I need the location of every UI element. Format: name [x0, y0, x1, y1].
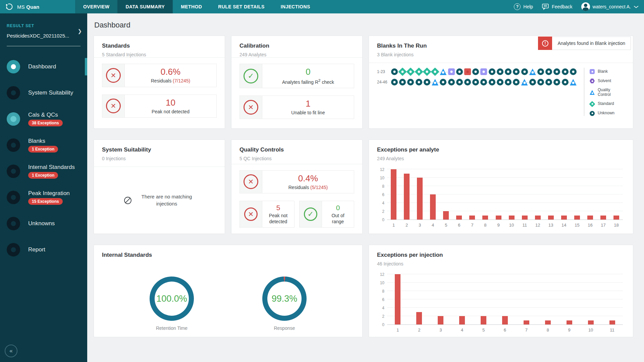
injection-marker-unknown[interactable] [448, 79, 455, 85]
injection-marker-unknown[interactable] [391, 79, 398, 85]
injection-marker-qc[interactable] [570, 79, 577, 85]
bar-5[interactable] [443, 211, 449, 220]
injection-marker-unknown[interactable] [505, 79, 512, 85]
injection-marker-unknown[interactable] [456, 79, 463, 85]
injection-marker-qc[interactable] [521, 79, 528, 85]
injection-marker-unknown[interactable] [464, 79, 471, 85]
injection-marker-unknown[interactable] [545, 79, 552, 85]
injection-marker-qc[interactable] [529, 68, 536, 75]
bar-10[interactable] [509, 216, 515, 220]
injection-marker-unknown[interactable] [472, 79, 479, 85]
sidebar-item-peak-integration[interactable]: Peak Integration15 Exceptions [0, 184, 87, 210]
bar-9[interactable] [496, 216, 501, 220]
chevron-right-icon[interactable]: ❯ [77, 28, 82, 34]
bar-5[interactable] [481, 316, 486, 324]
card-header: Calibration 249 Analytes [231, 36, 362, 57]
injection-marker-standard[interactable] [424, 68, 430, 75]
bar-3[interactable] [417, 178, 423, 220]
bar-6[interactable] [456, 216, 462, 220]
feedback-button[interactable]: Feedback [542, 3, 572, 10]
bar-7[interactable] [524, 320, 529, 325]
bar-7[interactable] [469, 216, 475, 220]
injection-marker-standard[interactable] [432, 68, 438, 75]
sidebar-item-internal-standards[interactable]: Internal Standards1 Exception [0, 158, 87, 184]
injection-marker-qc[interactable] [440, 68, 446, 75]
bar-2[interactable] [416, 312, 422, 325]
injection-marker-unknown[interactable] [570, 68, 577, 75]
x-tick-label: 5 [473, 327, 494, 333]
injection-marker-unknown[interactable] [537, 68, 544, 75]
injection-marker-unknown[interactable] [472, 68, 479, 75]
bar-16[interactable] [587, 216, 593, 220]
bar-9[interactable] [567, 320, 572, 325]
injection-marker-unknown[interactable] [416, 79, 422, 85]
injection-marker-unknown[interactable] [553, 68, 560, 75]
injection-marker-unknown[interactable] [562, 79, 569, 85]
sidebar-item-cals-qcs[interactable]: Cals & QCs38 Exceptions [0, 106, 87, 132]
injection-marker-qc[interactable] [432, 79, 438, 85]
donut-label: Retention Time [156, 325, 187, 331]
tab-method[interactable]: METHOD [173, 0, 210, 13]
injection-marker-unknown[interactable] [497, 68, 503, 75]
injection-marker-blank[interactable] [448, 68, 455, 75]
sidebar-item-dashboard[interactable]: Dashboard [0, 54, 87, 80]
injection-marker-unknown[interactable] [513, 68, 520, 75]
result-set-selector[interactable]: RESULT SET PesticidesXDC_20211025... ❯ [0, 13, 87, 46]
blank-warning-badge: ! Analytes found in Blank injection [538, 37, 631, 50]
bar-6[interactable] [502, 316, 508, 324]
sidebar-collapse-button[interactable]: « [5, 345, 17, 357]
injection-marker-unknown[interactable] [529, 79, 536, 85]
tab-injections[interactable]: INJECTIONS [273, 0, 318, 13]
bar-8[interactable] [482, 216, 488, 220]
sidebar-item-unknowns[interactable]: Unknowns [0, 210, 87, 237]
injection-marker-unknown[interactable] [553, 79, 560, 85]
injection-marker-unknown[interactable] [489, 79, 495, 85]
bar-4[interactable] [459, 316, 465, 324]
injection-marker-unknown[interactable] [399, 79, 406, 85]
user-menu[interactable]: waters_connect A. [581, 2, 638, 11]
bar-11[interactable] [522, 216, 528, 220]
bar-1[interactable] [391, 169, 396, 220]
injection-marker-unknown[interactable] [513, 79, 520, 85]
injection-marker-unknown[interactable] [562, 68, 569, 75]
sidebar-item-system-suitability[interactable]: System Suitability [0, 80, 87, 106]
injection-marker-standard[interactable] [407, 68, 414, 75]
stat-icon-cell: ✓ [240, 64, 262, 88]
injection-marker-unknown[interactable] [545, 68, 552, 75]
bar-cell [544, 170, 557, 220]
injection-marker-unknown[interactable] [456, 68, 463, 75]
sidebar-item-blanks[interactable]: Blanks1 Exception [0, 132, 87, 158]
injection-marker-unknown[interactable] [537, 79, 544, 85]
injection-marker-blank-exception[interactable] [464, 68, 471, 75]
injection-marker-unknown[interactable] [424, 79, 430, 85]
injection-marker-unknown[interactable] [391, 68, 398, 75]
injection-marker-unknown[interactable] [505, 68, 512, 75]
bar-13[interactable] [548, 216, 554, 220]
help-button[interactable]: ? Help [514, 3, 533, 10]
bar-1[interactable] [395, 274, 400, 324]
tab-rule-set-details[interactable]: RULE SET DETAILS [210, 0, 272, 13]
bar-12[interactable] [535, 216, 541, 220]
tab-overview[interactable]: OVERVIEW [75, 0, 117, 13]
tab-data-summary[interactable]: DATA SUMMARY [117, 0, 173, 13]
injection-marker-standard[interactable] [416, 68, 422, 75]
injection-marker-unknown[interactable] [480, 79, 487, 85]
bar-14[interactable] [561, 216, 567, 220]
bar-11[interactable] [609, 320, 615, 325]
bar-15[interactable] [574, 216, 580, 220]
injection-marker-unknown[interactable] [521, 68, 528, 75]
injection-marker-blank[interactable] [480, 68, 487, 75]
injection-marker-unknown[interactable] [497, 79, 503, 85]
bar-17[interactable] [600, 216, 606, 220]
sidebar-item-report[interactable]: Report [0, 237, 87, 263]
injection-marker-standard[interactable] [399, 68, 406, 75]
injection-marker-unknown[interactable] [440, 79, 446, 85]
bar-10[interactable] [588, 320, 594, 325]
bar-2[interactable] [404, 174, 410, 220]
bar-18[interactable] [613, 216, 619, 220]
bar-8[interactable] [545, 320, 551, 325]
injection-marker-unknown[interactable] [407, 79, 414, 85]
bar-4[interactable] [430, 194, 436, 220]
bar-3[interactable] [438, 316, 443, 324]
injection-marker-unknown[interactable] [489, 68, 495, 75]
